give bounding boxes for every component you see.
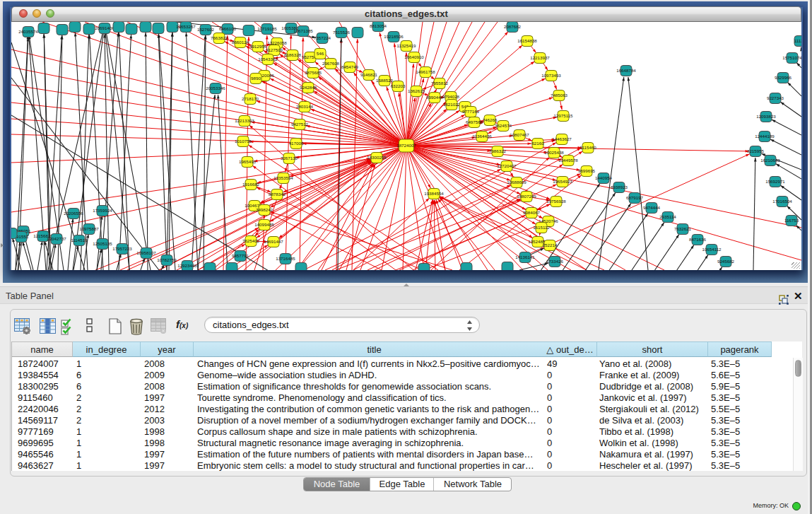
svg-text:19756928: 19756928: [546, 199, 566, 204]
svg-text:20691406: 20691406: [95, 25, 114, 30]
svg-text:417006: 417006: [289, 141, 304, 146]
svg-text:10025438: 10025438: [544, 150, 564, 155]
svg-text:9084067: 9084067: [523, 210, 541, 215]
svg-text:9474444: 9474444: [643, 205, 661, 210]
svg-text:2087682: 2087682: [504, 24, 522, 29]
svg-text:10807467: 10807467: [510, 132, 529, 137]
svg-text:6879197: 6879197: [626, 195, 644, 200]
svg-text:17359924: 17359924: [93, 208, 112, 213]
svg-text:7485063: 7485063: [551, 93, 568, 98]
svg-text:13716485: 13716485: [276, 256, 295, 261]
svg-text:18300295: 18300295: [367, 155, 387, 160]
svg-text:1588520: 1588520: [376, 78, 394, 83]
svg-text:14961758: 14961758: [416, 69, 435, 74]
svg-text:3624574: 3624574: [495, 123, 512, 128]
svg-text:8660124: 8660124: [232, 40, 249, 45]
svg-text:3498242: 3498242: [256, 207, 273, 212]
svg-text:8878342: 8878342: [269, 192, 286, 197]
svg-text:1362615: 1362615: [408, 88, 425, 93]
svg-text:24035574: 24035574: [18, 29, 38, 34]
svg-text:7955812: 7955812: [431, 81, 449, 86]
svg-text:11123: 11123: [794, 38, 801, 43]
svg-text:17957223: 17957223: [112, 246, 132, 251]
svg-text:10973493: 10973493: [541, 73, 561, 78]
svg-text:9127509: 9127509: [266, 47, 283, 52]
svg-text:8215955: 8215955: [747, 148, 765, 153]
svg-text:1440954: 1440954: [595, 175, 613, 180]
svg-text:10975887: 10975887: [79, 226, 99, 231]
svg-text:9242848: 9242848: [300, 85, 317, 90]
svg-text:10671385: 10671385: [293, 28, 313, 33]
svg-text:18724007: 18724007: [396, 143, 416, 148]
svg-text:746266: 746266: [483, 117, 498, 122]
svg-text:9227343: 9227343: [767, 95, 784, 100]
svg-text:2718170: 2718170: [242, 96, 259, 101]
svg-text:12042737: 12042737: [47, 236, 66, 241]
svg-text:8938923: 8938923: [611, 185, 628, 189]
svg-text:7515526: 7515526: [333, 30, 351, 35]
svg-text:12213303: 12213303: [235, 118, 254, 123]
svg-text:12444189: 12444189: [755, 134, 775, 139]
svg-text:10653267: 10653267: [176, 24, 196, 29]
svg-text:2803144: 2803144: [296, 104, 314, 109]
svg-text:7357224: 7357224: [314, 35, 331, 40]
svg-text:10543362: 10543362: [258, 57, 278, 62]
svg-text:1965493: 1965493: [239, 159, 257, 164]
svg-text:1527602: 1527602: [197, 27, 215, 32]
svg-text:116753: 116753: [784, 218, 799, 223]
svg-text:3912954: 3912954: [249, 44, 267, 49]
svg-text:7986322: 7986322: [489, 148, 507, 153]
svg-text:8186328: 8186328: [284, 52, 302, 57]
svg-text:2967608: 2967608: [322, 61, 340, 66]
svg-text:10654112: 10654112: [702, 247, 722, 252]
svg-text:9777169: 9777169: [462, 109, 480, 114]
svg-text:14136141: 14136141: [515, 255, 535, 259]
svg-text:62160: 62160: [531, 141, 544, 146]
svg-text:12975115: 12975115: [553, 113, 573, 118]
svg-text:9245682: 9245682: [717, 259, 735, 264]
svg-text:16210643: 16210643: [760, 158, 780, 163]
svg-text:9457791: 9457791: [232, 253, 249, 258]
svg-text:10719185: 10719185: [257, 26, 277, 31]
svg-text:7663822: 7663822: [211, 35, 228, 40]
svg-text:10782759: 10782759: [157, 257, 177, 262]
svg-text:17016504: 17016504: [772, 199, 792, 204]
svg-text:8813054: 8813054: [370, 23, 387, 28]
svg-text:12923448: 12923448: [177, 263, 197, 268]
svg-text:19654923: 19654923: [553, 179, 572, 184]
svg-text:9115460: 9115460: [579, 145, 596, 150]
svg-text:8471636: 8471636: [689, 237, 707, 242]
svg-text:19218506: 19218506: [384, 34, 404, 39]
svg-text:10688609: 10688609: [507, 180, 526, 185]
svg-text:1916682: 1916682: [242, 182, 260, 187]
svg-text:1733426: 1733426: [546, 259, 564, 264]
svg-text:12720407: 12720407: [497, 163, 517, 168]
svg-text:2935114: 2935114: [659, 214, 676, 219]
svg-text:20053346: 20053346: [206, 86, 225, 90]
svg-text:9427512: 9427512: [291, 122, 309, 127]
svg-text:1010755: 1010755: [235, 139, 252, 144]
svg-text:3875685: 3875685: [305, 70, 322, 75]
svg-text:8990444: 8990444: [426, 95, 444, 100]
svg-text:8454749: 8454749: [341, 64, 359, 69]
svg-text:6466100: 6466100: [219, 26, 237, 31]
svg-text:14463627: 14463627: [552, 136, 572, 141]
svg-text:20206556: 20206556: [64, 211, 83, 216]
svg-text:7632621: 7632621: [674, 226, 692, 231]
svg-text:21364436: 21364436: [472, 134, 492, 139]
svg-text:16154838: 16154838: [517, 38, 537, 43]
svg-text:14099485: 14099485: [254, 222, 274, 227]
svg-text:1621022: 1621022: [443, 102, 461, 107]
svg-text:1615112: 1615112: [533, 225, 550, 230]
svg-text:15692971: 15692971: [765, 179, 785, 184]
svg-text:12353594: 12353594: [273, 175, 293, 180]
svg-text:546: 546: [317, 51, 324, 56]
svg-text:12505135: 12505135: [93, 241, 112, 246]
svg-text:12213937: 12213937: [530, 55, 550, 60]
svg-text:16648784: 16648784: [616, 68, 636, 73]
svg-text:15751074: 15751074: [782, 55, 801, 60]
svg-text:7625402: 7625402: [242, 238, 260, 243]
svg-text:6497568: 6497568: [466, 119, 483, 124]
svg-text:16640910: 16640910: [404, 54, 424, 59]
svg-text:9329966: 9329966: [775, 75, 792, 80]
